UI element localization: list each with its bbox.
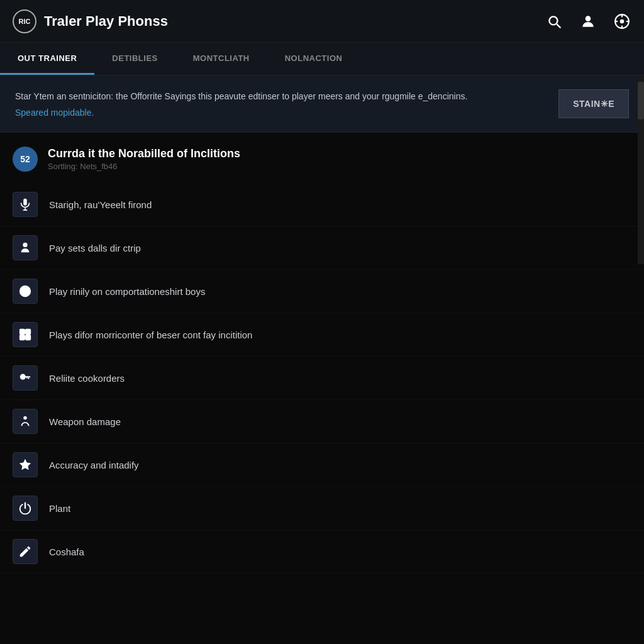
person-icon (13, 235, 38, 260)
list-item[interactable]: Coshafa (0, 530, 644, 574)
section-title-block: Currda it the Norabilled of Inclitions S… (48, 147, 240, 171)
item-label: Weapon damage (49, 416, 121, 427)
item-label: Plays difor morriconter of beser cont fa… (49, 330, 252, 340)
svg-point-2 (620, 19, 625, 23)
scrollbar-track[interactable] (638, 75, 644, 264)
pencil-icon (13, 539, 38, 564)
star-icon (13, 452, 38, 477)
header-actions (545, 12, 631, 31)
settings-icon[interactable] (613, 12, 631, 31)
list-item[interactable]: Plays difor morriconter of beser cont fa… (0, 313, 644, 357)
grid-icon (13, 322, 38, 347)
tab-out-trainer[interactable]: OUT TRAINER (0, 43, 94, 75)
list-item[interactable]: Pay sets dalls dir ctrip (0, 226, 644, 270)
nav-tabs: OUT TRAINER DETIBLIES MONTCLIATH NOLNACT… (0, 43, 644, 75)
svg-rect-3 (23, 199, 27, 206)
item-label: Starigh, rau'Yeeelt firond (49, 199, 152, 210)
power-icon (13, 496, 38, 521)
item-label: Plant (49, 503, 70, 514)
app-header: RIC Traler Play Phonss (0, 0, 644, 43)
svg-point-7 (25, 291, 26, 292)
key-icon (13, 365, 38, 391)
info-banner: Star Ytem an sentniciton: the Offorrite … (0, 75, 644, 133)
item-label: Play rinily on comportationeshirt boys (49, 286, 205, 297)
scrollbar-thumb[interactable] (638, 82, 644, 119)
app-title: Traler Play Phonss (44, 13, 545, 30)
svg-marker-14 (19, 459, 31, 470)
list-item[interactable]: Accuracy and intadify (0, 443, 644, 487)
feature-list: Starigh, rau'Yeeelt firond Pay sets dall… (0, 178, 644, 579)
svg-point-13 (23, 416, 27, 420)
app-logo: RIC (13, 9, 36, 33)
svg-rect-10 (20, 335, 25, 340)
section-subtitle: Sortling: Nets_fb46 (48, 162, 240, 171)
item-label: Coshafa (49, 547, 84, 557)
tab-nolnaction[interactable]: NOLNACTION (267, 43, 360, 75)
list-item[interactable]: Play rinily on comportationeshirt boys (0, 270, 644, 313)
search-icon[interactable] (545, 12, 564, 31)
svg-point-12 (21, 375, 25, 379)
target-icon (13, 279, 38, 304)
list-item[interactable]: Plant (0, 487, 644, 530)
section-header: 52 Currda it the Norabilled of Inclition… (0, 133, 644, 178)
svg-point-0 (586, 16, 591, 21)
svg-rect-8 (20, 330, 25, 334)
section-badge: 52 (13, 147, 38, 172)
item-label: Reliite cookorders (49, 373, 125, 384)
item-label: Pay sets dalls dir ctrip (49, 243, 141, 253)
list-item[interactable]: Starigh, rau'Yeeelt firond (0, 183, 644, 226)
svg-rect-11 (26, 335, 30, 340)
mic-icon (13, 192, 38, 217)
tab-montcliath[interactable]: MONTCLIATH (175, 43, 267, 75)
list-item[interactable]: Weapon damage (0, 400, 644, 443)
banner-description: Star Ytem an sentniciton: the Offorrite … (15, 89, 487, 103)
user-icon[interactable] (579, 12, 597, 31)
tab-detiblies[interactable]: DETIBLIES (94, 43, 175, 75)
item-label: Accuracy and intadify (49, 460, 139, 470)
section-title: Currda it the Norabilled of Inclitions (48, 147, 240, 160)
banner-link[interactable]: Speared mopidable. (15, 108, 94, 118)
banner-text-block: Star Ytem an sentniciton: the Offorrite … (15, 89, 487, 118)
person-aim-icon (13, 409, 38, 434)
list-item[interactable]: Reliite cookorders (0, 357, 644, 400)
banner-action-button[interactable]: STAIN✳E (558, 89, 629, 118)
svg-rect-9 (26, 330, 30, 334)
svg-point-4 (23, 243, 27, 247)
